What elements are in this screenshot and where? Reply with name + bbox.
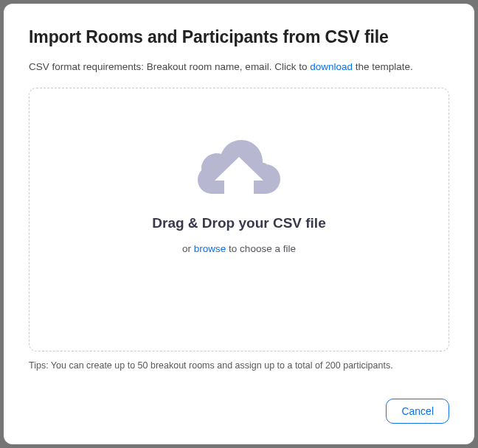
import-csv-modal: Import Rooms and Participants from CSV f… [4,4,474,444]
dropzone-sub-prefix: or [182,243,194,254]
tips-text: Tips: You can create up to 50 breakout r… [29,360,449,371]
browse-link[interactable]: browse [194,243,226,254]
modal-footer: Cancel [29,399,449,424]
instructions-text: CSV format requirements: Breakout room n… [29,60,449,74]
modal-title: Import Rooms and Participants from CSV f… [29,27,449,47]
dropzone-sub-text: or browse to choose a file [182,243,296,254]
csv-dropzone[interactable]: Drag & Drop your CSV file or browse to c… [29,88,449,351]
cloud-upload-icon [198,140,280,199]
dropzone-sub-suffix: to choose a file [226,243,296,254]
cancel-button[interactable]: Cancel [386,399,449,424]
instructions-suffix: the template. [353,61,413,72]
instructions-prefix: CSV format requirements: Breakout room n… [29,61,310,72]
download-template-link[interactable]: download [310,61,353,72]
dropzone-main-text: Drag & Drop your CSV file [152,215,325,231]
